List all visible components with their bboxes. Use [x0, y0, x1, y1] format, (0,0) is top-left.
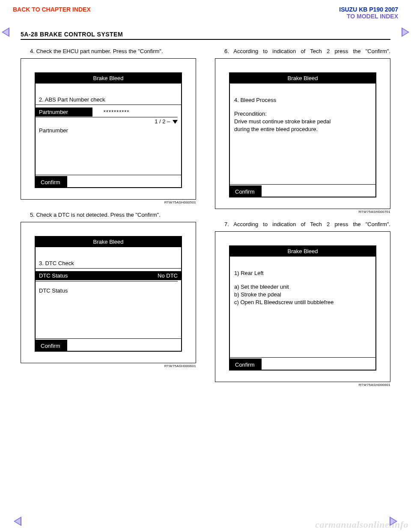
page-title: 5A-28 BRAKE CONTROL SYSTEM: [21, 31, 390, 40]
tool-screen-2: Brake Bleed 3. DTC Check DTC Status No D…: [35, 236, 182, 352]
step-7-text: 7. According to indication of Tech 2 pre…: [224, 221, 390, 229]
bleed-process-block: 4. Bleed Process Precondition: Drive mus…: [230, 84, 375, 136]
figure-4: Brake Bleed 1) Rear Left a) Set the blee…: [215, 231, 390, 382]
partnumber-plain-label: Partnumber: [36, 127, 181, 136]
top-link-bar: BACK TO CHAPTER INDEX ISUZU KB P190 2007…: [13, 6, 398, 20]
top-right-links: ISUZU KB P190 2007 TO MODEL INDEX: [339, 6, 398, 20]
step-5-text: 5. Check a DTC is not detected. Press th…: [30, 211, 196, 219]
figure-2-caption: RTW75ASH000601: [21, 364, 196, 368]
model-title-link[interactable]: ISUZU KB P190 2007: [339, 6, 398, 13]
rear-left-heading: 1) Rear Left: [234, 269, 371, 277]
tool-screen-3: Brake Bleed 4. Bleed Process Preconditio…: [229, 72, 376, 197]
prev-page-arrow-icon[interactable]: [14, 517, 21, 526]
tool-title: Brake Bleed: [230, 73, 375, 84]
page-indicator: 1 / 2 –: [36, 117, 181, 127]
tool-title: Brake Bleed: [230, 246, 375, 257]
tool-title: Brake Bleed: [36, 237, 181, 247]
instruction-b: b) Stroke the pdeal: [234, 291, 371, 299]
tool-title: Brake Bleed: [36, 73, 181, 84]
step-4-text: 4. Check the EHCU part number. Press the…: [30, 48, 196, 56]
confirm-button[interactable]: Confirm: [229, 359, 262, 371]
partnumber-value: **********: [92, 109, 178, 115]
bleed-process-heading: 4. Bleed Process: [234, 96, 371, 104]
figure-1-caption: RTW75ASH000501: [21, 200, 196, 204]
dtc-status-row: DTC Status No DTC: [36, 271, 181, 280]
figure-4-caption: RTW75ASH000801: [215, 383, 390, 387]
prev-page-arrow-icon[interactable]: [2, 27, 9, 37]
dtc-status-label: DTC Status: [39, 272, 68, 279]
figure-1: Brake Bleed 2. ABS Part Number check Par…: [21, 58, 196, 200]
precondition-line2: during the entire bleed procedure.: [234, 126, 371, 133]
screen-step-label: 2. ABS Part Number check: [36, 84, 181, 105]
figure-3: Brake Bleed 4. Bleed Process Preconditio…: [215, 58, 390, 209]
tool-screen-1: Brake Bleed 2. ABS Part Number check Par…: [35, 72, 182, 188]
back-to-chapter-link[interactable]: BACK TO CHAPTER INDEX: [13, 6, 91, 20]
dtc-status-plain-label: DTC Status: [36, 281, 181, 296]
screen-step-label: 3. DTC Check: [36, 247, 181, 268]
rear-left-block: 1) Rear Left a) Set the bleeder unit b) …: [230, 257, 375, 309]
step-6-text: 6. According to indication of Tech 2 pre…: [224, 48, 390, 56]
next-page-arrow-icon[interactable]: [402, 27, 409, 37]
partnumber-row: Partnumber **********: [36, 108, 181, 117]
dtc-status-value: No DTC: [158, 272, 178, 279]
partnumber-label: Partnumber: [36, 108, 92, 117]
confirm-button[interactable]: Confirm: [35, 176, 67, 188]
precondition-label: Precondition:: [234, 110, 371, 118]
figure-2: Brake Bleed 3. DTC Check DTC Status No D…: [21, 222, 196, 363]
right-column: 6. According to indication of Tech 2 pre…: [215, 48, 390, 394]
tool-screen-4: Brake Bleed 1) Rear Left a) Set the blee…: [229, 245, 376, 371]
model-index-link[interactable]: TO MODEL INDEX: [339, 13, 398, 20]
watermark: carmanualsonline.info: [315, 519, 408, 530]
precondition-line1: Drive must continue stroke brake pedal: [234, 118, 371, 126]
figure-3-caption: RTW75ASH000701: [215, 210, 390, 214]
left-column: 4. Check the EHCU part number. Press the…: [21, 48, 196, 394]
down-triangle-icon: [173, 120, 178, 124]
instruction-a: a) Set the bleeder unit: [234, 283, 371, 291]
confirm-button[interactable]: Confirm: [35, 340, 67, 352]
confirm-button[interactable]: Confirm: [229, 185, 262, 197]
instruction-c: c) Open RL Bleedscrew untill bubblefree: [234, 299, 371, 306]
